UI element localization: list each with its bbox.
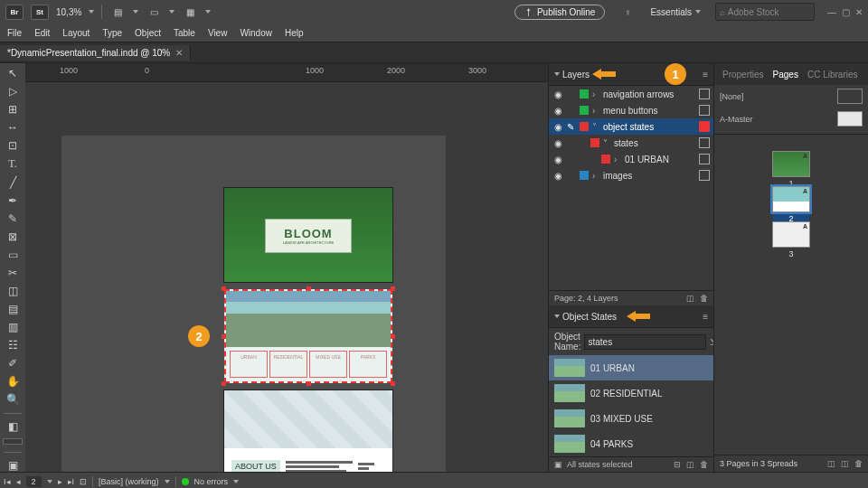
- screen-mode-icon[interactable]: ▭: [146, 4, 162, 20]
- prev-page-icon[interactable]: ◂: [16, 477, 21, 486]
- page-3[interactable]: ABOUT US: [224, 390, 392, 472]
- menu-view[interactable]: View: [208, 28, 228, 38]
- layer-row[interactable]: ◉›01 URBAN: [549, 151, 713, 167]
- selection-tool-icon[interactable]: ↖: [5, 67, 21, 80]
- maximize-icon[interactable]: ▢: [842, 7, 850, 17]
- page-tool-icon[interactable]: ⊞: [5, 103, 21, 116]
- content-collector-icon[interactable]: ⊡: [5, 139, 21, 152]
- page-1[interactable]: BLOOM LANDSCAPE ARCHITECTURE: [224, 188, 392, 282]
- select-indicator-icon[interactable]: [699, 89, 710, 99]
- color-theme-icon[interactable]: [3, 438, 23, 444]
- scissors-tool-icon[interactable]: ✂: [5, 267, 21, 279]
- preview-spread-icon[interactable]: ▣: [554, 460, 562, 469]
- page-number-input[interactable]: 2: [26, 476, 42, 487]
- menu-table[interactable]: Table: [174, 28, 195, 38]
- stock-search-input[interactable]: ⌕ Adobe Stock: [715, 3, 815, 21]
- select-indicator-icon[interactable]: [699, 170, 710, 181]
- nav-btn: RESIDENTIAL: [269, 351, 307, 378]
- free-transform-tool-icon[interactable]: ◫: [5, 285, 21, 297]
- menu-file[interactable]: File: [7, 28, 22, 38]
- direct-selection-tool-icon[interactable]: ▷: [5, 85, 21, 98]
- state-row[interactable]: 04 PARKS: [549, 431, 713, 456]
- menu-help[interactable]: Help: [285, 28, 304, 38]
- delete-page-icon[interactable]: 🗑: [854, 459, 863, 468]
- master-a-row[interactable]: A-Master: [714, 108, 868, 130]
- document-canvas[interactable]: 1000 0 1000 2000 3000 BLOOM LANDSCAPE AR…: [25, 63, 548, 472]
- layer-row[interactable]: ◉✎˅object states: [549, 118, 713, 135]
- visibility-icon[interactable]: ◉: [552, 155, 563, 164]
- line-tool-icon[interactable]: ╱: [5, 176, 21, 189]
- first-page-icon[interactable]: I◂: [4, 477, 11, 486]
- state-row[interactable]: 01 URBAN: [549, 355, 713, 380]
- delete-state-icon[interactable]: 🗑: [700, 460, 708, 469]
- layer-row[interactable]: ◉›menu buttons: [549, 102, 713, 118]
- visibility-icon[interactable]: ◉: [552, 171, 563, 181]
- bulb-icon[interactable]: ♀: [619, 4, 636, 20]
- tab-pages[interactable]: Pages: [769, 70, 803, 80]
- select-indicator-icon[interactable]: [699, 137, 710, 148]
- note-tool-icon[interactable]: ☷: [5, 339, 21, 352]
- menu-window[interactable]: Window: [240, 28, 272, 38]
- pen-tool-icon[interactable]: ✒: [5, 194, 21, 207]
- delete-layer-icon[interactable]: 🗑: [700, 294, 708, 303]
- close-tab-icon[interactable]: ✕: [175, 48, 183, 58]
- last-page-icon[interactable]: ▸I: [68, 477, 75, 486]
- state-row[interactable]: 03 MIXED USE: [549, 406, 713, 431]
- pencil-tool-icon[interactable]: ✎: [5, 212, 21, 225]
- paste-into-icon[interactable]: ⊟: [674, 460, 681, 469]
- close-icon[interactable]: ✕: [855, 7, 863, 17]
- publish-online-button[interactable]: ⭡ Publish Online: [514, 5, 605, 20]
- stock-icon[interactable]: St: [31, 5, 49, 20]
- menu-layout[interactable]: Layout: [62, 28, 90, 38]
- view-options-icon[interactable]: ▤: [109, 4, 126, 20]
- type-tool-icon[interactable]: T.: [5, 157, 21, 171]
- fill-stroke-icon[interactable]: ◧: [5, 420, 21, 433]
- next-page-icon[interactable]: ▸: [58, 477, 62, 486]
- page-thumb-2[interactable]: A2: [772, 186, 810, 212]
- zoom-dropdown[interactable]: 10,3%: [56, 7, 81, 17]
- screen-mode-tool-icon[interactable]: ▣: [5, 459, 21, 472]
- master-none-row[interactable]: [None]: [714, 85, 868, 108]
- zoom-tool-icon[interactable]: 🔍: [5, 393, 21, 406]
- preflight-errors[interactable]: No errors: [194, 477, 229, 486]
- layer-row[interactable]: ◉›navigation arrows: [549, 86, 713, 102]
- menu-edit[interactable]: Edit: [34, 28, 50, 38]
- menu-type[interactable]: Type: [102, 28, 122, 38]
- select-indicator-icon[interactable]: [699, 121, 710, 132]
- new-page-icon[interactable]: ◫: [841, 459, 849, 468]
- visibility-icon[interactable]: ◉: [552, 122, 563, 132]
- document-tab[interactable]: *DynamicPresentation_final.indd @ 10% ✕: [0, 45, 191, 61]
- hand-tool-icon[interactable]: ✋: [5, 375, 21, 388]
- gap-tool-icon[interactable]: ↔: [5, 121, 21, 134]
- gradient-feather-tool-icon[interactable]: ▥: [5, 321, 21, 333]
- bridge-icon[interactable]: Br: [5, 5, 24, 20]
- page-thumb-1[interactable]: A1: [772, 151, 810, 177]
- tab-cc-libraries[interactable]: CC Libraries: [803, 70, 863, 80]
- rectangle-frame-tool-icon[interactable]: ⊠: [5, 230, 21, 243]
- horizontal-ruler[interactable]: 1000 0 1000 2000 3000: [25, 63, 548, 82]
- visibility-icon[interactable]: ◉: [552, 106, 563, 116]
- page-2-selected-object[interactable]: URBAN RESIDENTIAL MIXED USE PARKS: [224, 289, 392, 383]
- page-thumb-3[interactable]: A3: [772, 221, 810, 248]
- statusbar: I◂ ◂ 2 ▸ ▸I ⊡ [Basic] (working) No error…: [0, 472, 868, 488]
- select-indicator-icon[interactable]: [699, 105, 710, 116]
- new-state-icon[interactable]: ◫: [686, 460, 694, 469]
- object-name-input[interactable]: [584, 334, 706, 350]
- gradient-swatch-tool-icon[interactable]: ▤: [5, 303, 21, 315]
- state-row[interactable]: 02 RESIDENTIAL: [549, 380, 713, 406]
- open-icon[interactable]: ⊡: [80, 477, 87, 486]
- eyedropper-tool-icon[interactable]: ✐: [5, 357, 21, 370]
- arrange-icon[interactable]: ▦: [182, 4, 198, 20]
- select-indicator-icon[interactable]: [699, 154, 710, 164]
- visibility-icon[interactable]: ◉: [552, 89, 563, 99]
- layer-row[interactable]: ◉›images: [549, 167, 713, 183]
- rectangle-tool-icon[interactable]: ▭: [5, 249, 21, 261]
- visibility-icon[interactable]: ◉: [552, 138, 563, 148]
- minimize-icon[interactable]: —: [827, 7, 836, 17]
- layer-row[interactable]: ◉˅states: [549, 135, 713, 151]
- menu-object[interactable]: Object: [135, 28, 161, 38]
- preflight-profile[interactable]: [Basic] (working): [99, 477, 159, 486]
- workspace-dropdown[interactable]: Essentials: [650, 7, 701, 17]
- edit-page-size-icon[interactable]: ◫: [827, 459, 835, 468]
- new-sublayer-icon[interactable]: ◫: [686, 294, 694, 303]
